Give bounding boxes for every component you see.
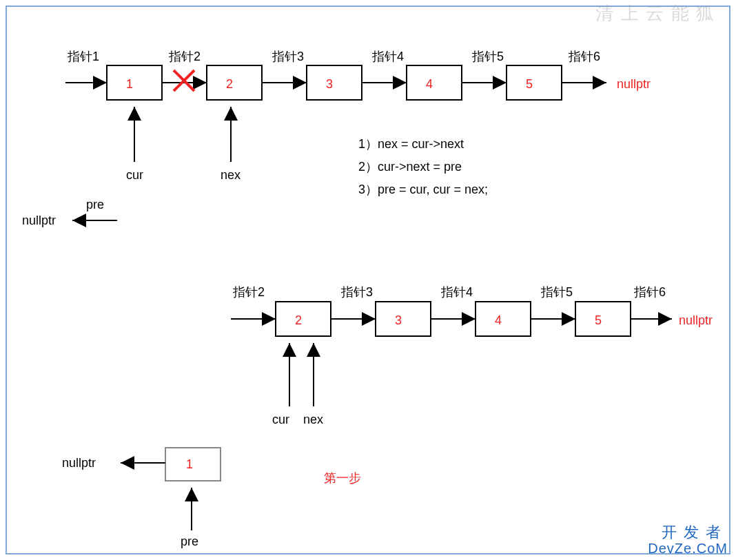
ptr1-label: 指针1 [67, 50, 99, 63]
node3-value: 3 [326, 77, 333, 91]
node-box-4 [407, 65, 462, 100]
b-node-box-3 [376, 302, 431, 336]
b-ptr2-label: 指针2 [232, 285, 265, 299]
b-node2-value: 2 [295, 313, 302, 327]
pre-nullptr-top: nullptr [22, 214, 56, 227]
b-ptr4-label: 指针4 [440, 285, 473, 299]
node-box-3 [307, 65, 362, 100]
b-ptr3-label: 指针3 [340, 285, 373, 299]
step1: 1）nex = cur->next [358, 137, 464, 151]
brand-en: DevZe.CoM [648, 541, 728, 556]
b-node4-value: 4 [495, 313, 502, 327]
diagram-svg: 指针1 指针2 指针3 指针4 指针5 指针6 1 2 3 4 5 nullpt… [0, 0, 736, 560]
node1-value: 1 [126, 77, 133, 91]
b-ptr5-label: 指针5 [540, 285, 573, 299]
ptr2-label: 指针2 [168, 50, 201, 63]
b-ptr6-label: 指针6 [633, 285, 666, 299]
node4-value: 4 [426, 77, 433, 91]
pre-label-bottom: pre [181, 535, 198, 548]
cut-x-icon [174, 70, 194, 91]
b-node-box-4 [476, 302, 531, 336]
nex-label-top: nex [221, 168, 241, 182]
node-box-5 [507, 65, 562, 100]
ptr5-label: 指针5 [471, 50, 504, 63]
ptr4-label: 指针4 [371, 50, 404, 63]
step3: 3）pre = cur, cur = nex; [358, 183, 488, 196]
caption: 第一步 [324, 471, 361, 485]
detached-nullptr: nullptr [62, 456, 96, 470]
b-cur-label: cur [272, 413, 289, 426]
node-box-1 [107, 65, 162, 100]
detached-value: 1 [186, 457, 193, 471]
b-node3-value: 3 [395, 313, 402, 327]
ptr3-label: 指针3 [272, 50, 304, 63]
node5-value: 5 [526, 77, 533, 91]
b-node-box-2 [276, 302, 331, 336]
cur-label-top: cur [126, 168, 143, 182]
step2: 2）cur->next = pre [358, 160, 462, 174]
brand-watermark: 开发者 DevZe.CoM [648, 524, 728, 556]
b-node5-value: 5 [595, 313, 602, 327]
b-node-box-5 [575, 302, 631, 336]
b-nex-label: nex [303, 413, 323, 426]
ptr6-label: 指针6 [568, 50, 600, 63]
tail-nullptr: nullptr [617, 77, 651, 91]
b-tail-nullptr: nullptr [679, 313, 713, 327]
node2-value: 2 [226, 77, 233, 91]
node-box-2 [207, 65, 262, 100]
pre-label-top: pre [86, 198, 104, 211]
brand-cn: 开发者 [648, 524, 728, 541]
